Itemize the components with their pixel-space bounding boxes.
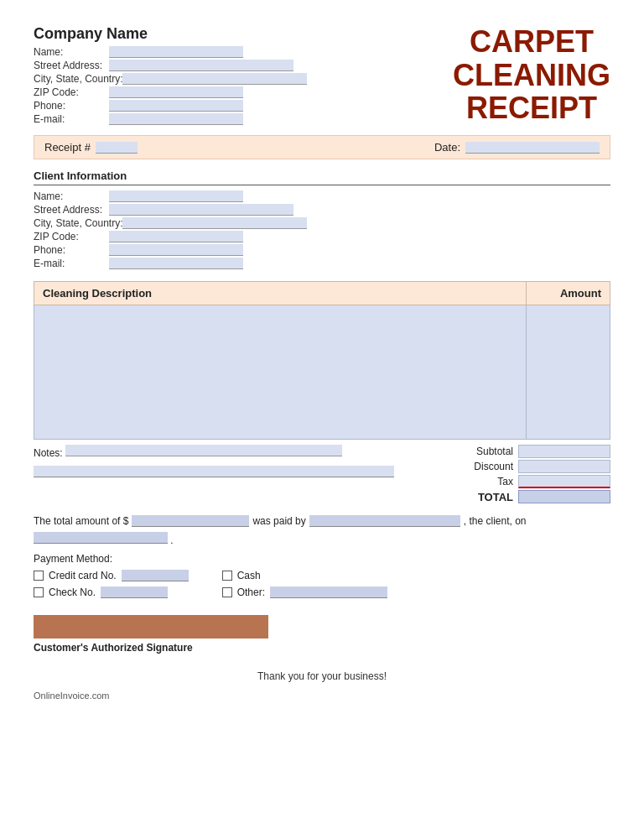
pm-col-left: Credit card No. Check No. (34, 570, 189, 598)
other-label: Other: (237, 586, 265, 598)
notes-line1-input[interactable] (65, 445, 342, 456)
city-field-row: City, State, Country: (34, 73, 352, 85)
city-label: City, State, Country: (34, 73, 122, 85)
notes-block: Notes: (34, 445, 394, 482)
client-zip-input[interactable] (109, 231, 243, 242)
pm-col-right: Cash Other: (222, 570, 387, 598)
total-label: TOTAL (451, 491, 518, 503)
pay-client-input[interactable] (309, 515, 460, 527)
cash-label: Cash (237, 570, 261, 581)
address-label: Street Address: (34, 60, 109, 71)
title-block: CARPET CLEANING RECEIPT (453, 25, 610, 125)
tax-value[interactable] (518, 475, 610, 488)
other-checkbox[interactable] (222, 587, 232, 597)
cleaning-table: Cleaning Description Amount (34, 281, 610, 440)
client-city-input[interactable] (122, 217, 307, 229)
totals-block: Subtotal Discount Tax TOTAL (426, 445, 610, 505)
signature-line[interactable] (34, 615, 268, 639)
payment-date-line: . (34, 532, 610, 546)
client-phone-label: Phone: (34, 244, 109, 256)
zip-label: ZIP Code: (34, 86, 109, 98)
cleaning-desc-header: Cleaning Description (34, 282, 527, 305)
client-zip-label: ZIP Code: (34, 231, 109, 242)
payment-line1: The total amount of $ was paid by , the … (34, 515, 610, 527)
pay-date-input[interactable] (34, 532, 168, 544)
company-zip-input[interactable] (109, 86, 243, 98)
company-name: Company Name (34, 25, 352, 43)
company-phone-input[interactable] (109, 100, 243, 112)
client-name-label: Name: (34, 190, 109, 202)
client-address-input[interactable] (109, 204, 293, 216)
credit-card-row: Credit card No. (34, 570, 189, 581)
subtotal-row: Subtotal (426, 445, 610, 458)
discount-row: Discount (426, 460, 610, 473)
pay-amount-input[interactable] (132, 515, 249, 527)
subtotal-value[interactable] (518, 445, 610, 458)
signature-label: Customer's Authorized Signature (34, 642, 610, 654)
client-city-row: City, State, Country: (34, 217, 610, 229)
pay-text1: The total amount of $ (34, 515, 128, 527)
amount-header: Amount (527, 282, 610, 305)
total-value[interactable] (518, 490, 610, 503)
check-label: Check No. (49, 586, 96, 598)
client-phone-input[interactable] (109, 244, 243, 256)
payment-section: The total amount of $ was paid by , the … (34, 515, 610, 598)
company-block: Company Name Name: Street Address: City,… (34, 25, 352, 127)
credit-card-checkbox[interactable] (34, 571, 44, 581)
name-field-row: Name: (34, 46, 352, 58)
email-label: E-mail: (34, 113, 109, 125)
company-city-input[interactable] (122, 73, 307, 85)
company-name-input[interactable] (109, 46, 243, 58)
credit-card-input[interactable] (122, 570, 189, 581)
cash-row: Cash (222, 570, 387, 581)
payment-method-row: Credit card No. Check No. Cash Other: (34, 570, 610, 598)
address-field-row: Street Address: (34, 60, 352, 71)
cleaning-desc-cell[interactable] (34, 305, 527, 440)
notes-line2-wrap (34, 466, 394, 477)
client-name-input[interactable] (109, 190, 243, 202)
name-label: Name: (34, 46, 109, 58)
discount-value[interactable] (518, 460, 610, 473)
company-address-input[interactable] (109, 60, 293, 71)
subtotal-label: Subtotal (451, 446, 518, 457)
client-name-row: Name: (34, 190, 610, 202)
pay-text2: was paid by (252, 515, 305, 527)
tax-label: Tax (451, 476, 518, 487)
client-address-label: Street Address: (34, 204, 109, 216)
client-zip-row: ZIP Code: (34, 231, 610, 242)
payment-method-section: Payment Method: Credit card No. Check No… (34, 553, 610, 598)
receipt-number-input[interactable] (96, 142, 138, 154)
other-row: Other: (222, 586, 387, 598)
notes-label: Notes: (34, 445, 394, 459)
zip-field-row: ZIP Code: (34, 86, 352, 98)
client-city-label: City, State, Country: (34, 217, 122, 229)
other-input[interactable] (270, 586, 387, 598)
client-email-row: E-mail: (34, 258, 610, 269)
header-section: Company Name Name: Street Address: City,… (34, 25, 610, 127)
totals-notes-row: Notes: Subtotal Discount Tax TOTAL (34, 445, 610, 505)
check-row: Check No. (34, 586, 189, 598)
phone-field-row: Phone: (34, 100, 352, 112)
client-section-header: Client Information (34, 169, 610, 185)
phone-label: Phone: (34, 100, 109, 112)
title-line2: CLEANING (453, 59, 610, 92)
client-email-label: E-mail: (34, 258, 109, 269)
total-row: TOTAL (426, 490, 610, 503)
title-line3: RECEIPT (453, 91, 610, 125)
cash-checkbox[interactable] (222, 571, 232, 581)
date-input[interactable] (465, 142, 600, 154)
email-field-row: E-mail: (34, 113, 352, 125)
client-address-row: Street Address: (34, 204, 610, 216)
check-checkbox[interactable] (34, 587, 44, 597)
notes-line2[interactable] (34, 466, 394, 477)
client-phone-row: Phone: (34, 244, 610, 256)
company-email-input[interactable] (109, 113, 243, 125)
discount-label: Discount (451, 461, 518, 472)
amount-cell[interactable] (527, 305, 610, 440)
check-input[interactable] (101, 586, 168, 598)
client-email-input[interactable] (109, 258, 243, 269)
receipt-label: Receipt # (44, 141, 91, 154)
signature-section: Customer's Authorized Signature (34, 615, 610, 654)
notes-text: Notes: (34, 447, 63, 459)
payment-method-label: Payment Method: (34, 553, 610, 565)
